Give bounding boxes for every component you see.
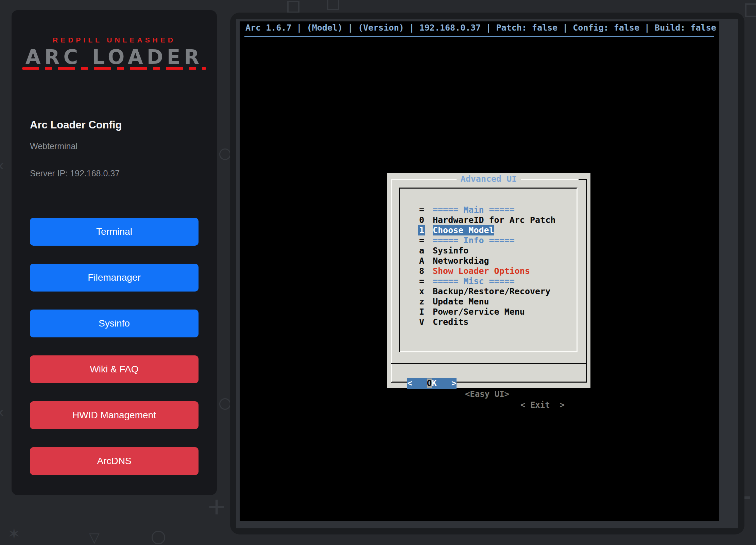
terminal-header-underline (244, 36, 714, 37)
sidebar: REDPILL UNLEASHED ARC LOADER Arc Loader … (12, 10, 217, 495)
arc-loader-page: « « ✶ ▽ + + REDPILL UNLEASHED ARC LOADER… (0, 0, 756, 545)
deco-circle-outline (219, 148, 231, 160)
brand-logo: ARC LOADER (12, 46, 217, 69)
deco-circle-outline (152, 531, 165, 544)
deco-square-outline (287, 1, 299, 13)
wiki-faq-button[interactable]: Wiki & FAQ (30, 355, 199, 383)
menu-item-networkdiag[interactable]: ANetworkdiag (400, 246, 577, 256)
deco-square-outline (745, 3, 756, 17)
menu-item-power-service-menu[interactable]: IPower/Service Menu (400, 297, 577, 307)
deco-crosshair-shape: + (208, 492, 225, 521)
brand-tagline: REDPILL UNLEASHED (12, 36, 217, 44)
advanced-ui-dialog: Advanced UI ====== Main ===== 0HardwareI… (387, 173, 590, 388)
deco-triangle-shape: ▽ (89, 531, 100, 544)
dialog-button-row: < OK > <Easy UI> < Exit > (387, 367, 590, 378)
ok-cursor: O (427, 379, 432, 388)
terminal-window: Arc 1.6.7 | (Model) | (Version) | 192.16… (230, 13, 744, 534)
dialog-menu-box: ====== Main ===== 0HardwareID for Arc Pa… (399, 188, 578, 352)
arcdns-button[interactable]: ArcDNS (30, 447, 199, 475)
menu-item-update-menu[interactable]: zUpdate Menu (400, 286, 577, 297)
dialog-title: Advanced UI (457, 174, 521, 184)
menu-item-hardwareid[interactable]: 0HardwareID for Arc Patch (400, 205, 577, 215)
deco-circle-outline (219, 398, 231, 410)
dialog-corner-tick (579, 179, 587, 180)
exit-button[interactable]: < Exit > (520, 400, 565, 410)
deco-star-shape: ✶ (7, 526, 21, 542)
terminal-screen[interactable]: Arc 1.6.7 | (Model) | (Version) | 192.16… (240, 21, 719, 521)
sysinfo-button[interactable]: Sysinfo (30, 310, 199, 337)
ok-button[interactable]: < OK > (407, 378, 457, 389)
server-ip-label: Server IP: 192.168.0.37 (30, 169, 120, 178)
deco-chevrons-shape: « (0, 157, 4, 173)
menu-item-backup-restore-recovery[interactable]: xBackup/Restore/Recovery (400, 276, 577, 286)
terminal-button[interactable]: Terminal (30, 218, 199, 246)
menu-item-main-section: ====== Main ===== (400, 195, 577, 205)
menu-item-choose-model[interactable]: 1Choose Model (400, 215, 577, 225)
page-title: Arc Loader Config (30, 119, 122, 131)
menu-item-credits[interactable]: VCredits (400, 307, 577, 317)
page-subtitle: Webterminal (30, 141, 78, 151)
brand-dashed-divider (22, 67, 206, 70)
easy-ui-button[interactable]: <Easy UI> (465, 389, 509, 400)
terminal-frame: Arc 1.6.7 | (Model) | (Version) | 192.16… (236, 19, 738, 528)
menu-item-misc-section: ====== Misc ===== (400, 266, 577, 276)
terminal-status-header: Arc 1.6.7 | (Model) | (Version) | 192.16… (245, 23, 716, 33)
deco-square-outline (327, 0, 339, 10)
filemanager-button[interactable]: Filemanager (30, 264, 199, 292)
menu-item-info-section: ====== Info ===== (400, 225, 577, 235)
deco-chevrons-shape: « (0, 404, 4, 419)
dialog-button-separator (391, 363, 586, 364)
hwid-management-button[interactable]: HWID Management (30, 401, 199, 429)
menu-item-sysinfo[interactable]: aSysinfo (400, 235, 577, 246)
menu-item-show-loader-options[interactable]: 8Show Loader Options (400, 256, 577, 266)
